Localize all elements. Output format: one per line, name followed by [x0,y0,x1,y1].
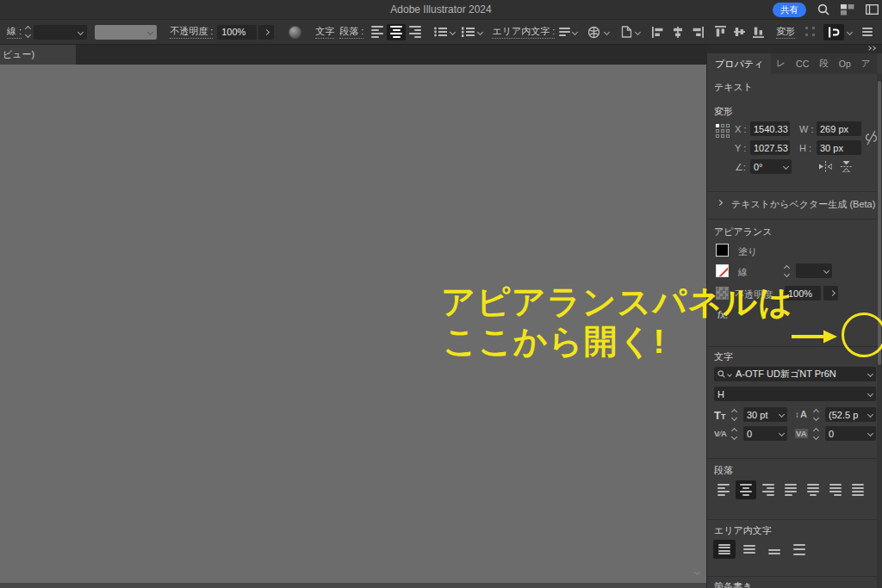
x-field[interactable]: 1540.33 [750,121,790,136]
leading-stepper[interactable] [814,410,818,420]
h-field[interactable]: 30 px [817,140,861,155]
para-align-right-button[interactable] [758,480,779,499]
search-icon[interactable] [817,3,829,15]
area-align-bottom-button[interactable] [763,540,786,559]
stroke-swatch[interactable] [716,264,729,277]
flip-vertical-icon[interactable] [841,161,852,172]
align-left-button[interactable] [368,24,387,40]
share-button[interactable]: 共有 [773,3,806,17]
transform-more-options-button[interactable] [857,176,864,183]
numbered-list-button[interactable] [462,27,482,37]
align-objects-right-icon[interactable] [692,27,704,38]
para-align-left-button[interactable] [713,480,734,499]
text-to-vector-row[interactable]: テキストからベクター生成 (Beta) [731,198,875,211]
stroke-panel-link[interactable]: 線 : [7,25,22,39]
transform-panel-link[interactable]: 変形 [776,25,795,39]
envelope-distort-button[interactable] [587,26,609,39]
tab-appearance[interactable]: ア [856,58,876,70]
kerning-stepper[interactable] [732,429,736,439]
h-label: H : [799,143,811,153]
para-justify-last-center-button[interactable] [803,480,823,499]
align-objects-top-icon[interactable] [715,26,726,38]
control-bar-menu-icon[interactable] [862,28,873,36]
link-dimensions-icon[interactable] [866,127,877,148]
tab-links[interactable]: リ [875,58,882,70]
area-type-options-button[interactable] [559,28,577,36]
stroke-label[interactable]: 線 [738,266,748,279]
area-align-center-button[interactable] [738,540,761,559]
area-type-panel-link[interactable]: エリア内文字 : [492,25,555,39]
collapse-panels-icon[interactable] [867,46,875,50]
document-tab[interactable]: ビュー) [0,45,76,65]
canvas-corner-chevron-icon [695,562,699,578]
transform-section-header: 変形 [714,105,733,118]
tab-opentype[interactable]: Op [834,59,856,69]
tracking-stepper[interactable] [814,429,818,439]
window-title: Adobe Illustrator 2024 [390,3,491,15]
font-size-select[interactable]: 30 pt [743,407,787,422]
font-style-select[interactable]: H [714,387,876,401]
arrange-panel-button[interactable] [823,24,844,40]
character-more-options-button[interactable] [857,444,864,451]
appearance-opacity-popup[interactable] [823,286,838,300]
horizontal-scrollbar[interactable] [0,583,706,588]
area-align-top-button[interactable] [713,540,736,559]
distribute-icon[interactable] [805,27,816,37]
reference-point-grid[interactable] [716,124,730,138]
align-center-button[interactable] [387,24,406,40]
para-justify-last-left-button[interactable] [780,480,801,499]
align-right-button[interactable] [406,24,425,40]
kerning-select[interactable]: 0 [743,426,787,441]
align-objects-vcenter-icon[interactable] [734,26,745,38]
appearance-section-header: アピアランス [714,226,773,238]
titlebar-actions: 共有 [773,0,879,19]
font-search-icon [717,370,725,378]
align-objects-hcenter-icon[interactable] [672,27,684,38]
stroke-weight-panel-stepper[interactable] [785,266,789,276]
area-justify-button[interactable] [788,540,811,559]
tab-properties[interactable]: プロパティ [707,53,771,74]
para-align-center-button[interactable] [736,480,756,499]
opacity-popup-button[interactable] [258,25,274,40]
tab-paragraph[interactable]: 段 [814,58,834,70]
stroke-profile-select[interactable] [95,25,157,40]
opacity-panel-link[interactable]: 不透明度 : [170,25,213,39]
fill-swatch[interactable] [716,244,729,257]
panel-layout-icon[interactable] [866,4,879,15]
leading-select[interactable]: (52.5 p [825,407,876,422]
rotate-angle-label: ∠: [735,162,746,173]
tab-layers[interactable]: レ [771,58,791,70]
workspace-switcher-icon[interactable] [841,4,854,15]
bullet-list-button[interactable] [434,27,455,37]
paragraph-panel-link[interactable]: 段落 : [339,25,363,39]
document-setup-button[interactable] [620,26,640,38]
font-family-select[interactable]: A-OTF UD新ゴNT Pr6N [714,367,876,381]
paragraph-more-options-button[interactable] [857,505,864,512]
control-bar: 線 : 不透明度 : 100% 文字 段落 : エリア内文字 : [0,19,882,45]
title-bar: Adobe Illustrator 2024 共有 [0,0,882,19]
stroke-weight-stepper[interactable] [26,27,30,37]
rotate-angle-select[interactable]: 0° [750,159,792,174]
leading-icon [795,409,807,419]
character-panel-link[interactable]: 文字 [315,25,334,39]
tracking-select[interactable]: 0 [825,426,876,441]
align-objects-left-icon[interactable] [652,27,664,38]
panel-top-strip [707,45,882,53]
para-justify-last-right-button[interactable] [825,480,846,499]
fill-label[interactable]: 塗り [738,245,757,258]
recolor-artwork-icon[interactable] [289,26,301,39]
kerning-icon [714,429,727,438]
para-justify-all-button[interactable] [848,480,868,499]
area-type-more-options-button[interactable] [857,563,864,570]
w-field[interactable]: 269 px [817,121,861,136]
expand-chevron-icon[interactable] [717,201,722,205]
stroke-weight-select[interactable] [34,25,87,40]
opacity-field[interactable]: 100% [217,25,257,40]
y-field[interactable]: 1027.53 [750,140,790,155]
flip-horizontal-icon[interactable] [819,161,832,172]
tab-cc-libraries[interactable]: CC [791,59,814,69]
stroke-weight-panel-select[interactable] [796,263,832,278]
font-size-stepper[interactable] [732,410,736,420]
align-objects-bottom-icon[interactable] [753,26,764,38]
text-section-header: テキスト [714,81,753,94]
